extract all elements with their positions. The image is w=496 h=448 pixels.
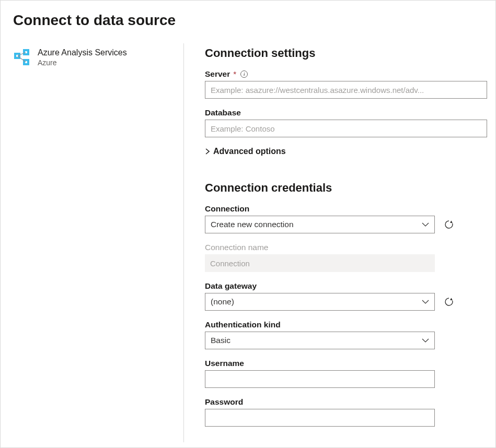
- refresh-gateway-button[interactable]: [443, 296, 455, 308]
- advanced-options-toggle[interactable]: Advanced options: [205, 147, 487, 156]
- gateway-select-value: (none): [211, 297, 234, 306]
- database-input[interactable]: [205, 120, 487, 137]
- advanced-options-label: Advanced options: [213, 147, 286, 156]
- chevron-down-icon: [422, 338, 429, 343]
- right-panel: Connection settings Server * i Database: [184, 43, 496, 442]
- connection-name-label: Connection name: [205, 243, 269, 252]
- chevron-down-icon: [422, 222, 429, 227]
- azure-analysis-services-icon: [13, 49, 30, 66]
- connection-select[interactable]: Create new connection: [205, 216, 435, 233]
- server-input[interactable]: [205, 81, 487, 99]
- username-input[interactable]: [205, 370, 435, 388]
- auth-kind-select-value: Basic: [211, 336, 230, 345]
- connection-select-value: Create new connection: [211, 220, 294, 229]
- database-label: Database: [205, 108, 241, 117]
- gateway-select[interactable]: (none): [205, 293, 435, 311]
- required-indicator: *: [233, 69, 236, 79]
- password-label: Password: [205, 397, 243, 407]
- left-panel: Azure Analysis Services Azure: [1, 43, 183, 442]
- source-category: Azure: [38, 58, 127, 67]
- section-connection-credentials: Connection credentials: [205, 181, 487, 195]
- username-label: Username: [205, 359, 244, 368]
- info-icon[interactable]: i: [240, 70, 248, 78]
- dialog-connect-data-source: Connect to data source: [0, 0, 496, 448]
- gateway-label: Data gateway: [205, 281, 257, 291]
- source-name: Azure Analysis Services: [38, 48, 127, 58]
- auth-kind-select[interactable]: Basic: [205, 332, 435, 349]
- auth-kind-label: Authentication kind: [205, 320, 281, 329]
- section-connection-settings: Connection settings: [205, 46, 487, 60]
- chevron-right-icon: [205, 148, 210, 155]
- chevron-down-icon: [422, 299, 429, 304]
- svg-point-4: [25, 51, 27, 53]
- refresh-connection-button[interactable]: [443, 219, 455, 230]
- connection-label: Connection: [205, 204, 249, 214]
- server-label: Server: [205, 69, 230, 79]
- selected-source[interactable]: Azure Analysis Services Azure: [13, 48, 183, 67]
- page-title: Connect to data source: [13, 12, 495, 29]
- password-input[interactable]: [205, 409, 435, 427]
- connection-name-input: [205, 254, 435, 272]
